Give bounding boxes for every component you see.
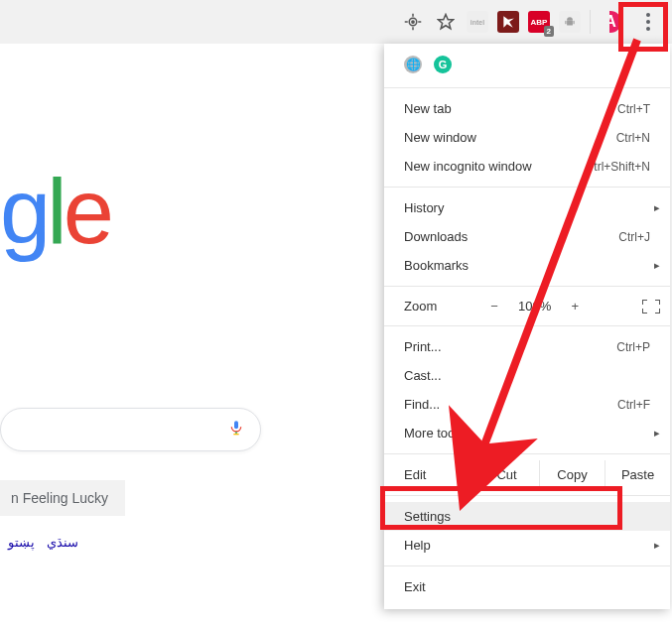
zoom-value: 100% [518, 299, 551, 314]
extension-adblock-icon[interactable]: ABP [528, 11, 550, 33]
menu-shortcut: Ctrl+T [617, 102, 650, 116]
menu-item-zoom: Zoom − 100% + [384, 293, 670, 319]
extension-android-icon[interactable] [559, 11, 581, 33]
location-target-icon[interactable] [401, 10, 425, 34]
menu-button[interactable] [630, 4, 666, 40]
svg-rect-9 [574, 21, 575, 24]
menu-label: New incognito window [404, 159, 532, 174]
menu-item-new-tab[interactable]: New tab Ctrl+T [384, 94, 670, 123]
edit-cut-button[interactable]: Cut [473, 460, 539, 489]
menu-label: More tools [404, 426, 465, 440]
edit-copy-button[interactable]: Copy [539, 460, 605, 489]
menu-shortcut: Ctrl+N [616, 131, 650, 145]
menu-item-cast[interactable]: Cast... [384, 361, 670, 390]
svg-marker-6 [439, 15, 454, 29]
menu-item-bookmarks[interactable]: Bookmarks [384, 251, 670, 280]
vertical-dots-icon [646, 13, 650, 31]
zoom-label: Zoom [404, 299, 437, 314]
menu-extensions-row: 🌐 G [384, 52, 670, 81]
language-link-pashto[interactable]: پښتو [8, 535, 35, 550]
svg-rect-10 [234, 421, 238, 429]
menu-shortcut: Ctrl+J [618, 230, 650, 244]
extension-globe-icon[interactable]: 🌐 [404, 56, 422, 73]
menu-label: Settings [404, 509, 451, 524]
menu-label: Print... [404, 339, 442, 354]
edit-paste-button[interactable]: Paste [605, 460, 670, 489]
menu-item-new-window[interactable]: New window Ctrl+N [384, 123, 670, 152]
menu-separator [384, 325, 670, 326]
menu-separator [384, 87, 670, 88]
menu-label: Cast... [404, 368, 442, 383]
menu-separator [384, 286, 670, 287]
fullscreen-icon [642, 300, 660, 314]
menu-label: Downloads [404, 229, 468, 244]
menu-separator [384, 453, 670, 454]
menu-label: Exit [404, 579, 426, 594]
svg-rect-7 [567, 20, 573, 25]
google-logo-partial: gle [0, 160, 110, 264]
menu-shortcut: trl+Shift+N [594, 160, 650, 174]
feeling-lucky-button[interactable]: n Feeling Lucky [0, 480, 125, 516]
menu-item-settings[interactable]: Settings [384, 502, 670, 531]
menu-shortcut: Ctrl+P [616, 340, 650, 354]
menu-item-downloads[interactable]: Downloads Ctrl+J [384, 222, 670, 251]
voice-search-mic-icon[interactable] [228, 417, 244, 442]
menu-item-find[interactable]: Find... Ctrl+F [384, 390, 670, 419]
menu-item-incognito[interactable]: New incognito window trl+Shift+N [384, 152, 670, 181]
edit-label: Edit [384, 460, 473, 489]
language-links: پښتو سنڌي [8, 535, 78, 550]
language-link-sindhi[interactable]: سنڌي [47, 535, 78, 550]
toolbar-divider [590, 10, 591, 34]
menu-item-history[interactable]: History [384, 193, 670, 222]
menu-shortcut: Ctrl+F [617, 398, 650, 412]
extension-grammarly-icon[interactable]: G [434, 56, 452, 73]
extension-intel-icon[interactable]: intel [467, 11, 488, 33]
chrome-toolbar: intel ABP A [0, 0, 672, 44]
menu-label: Bookmarks [404, 258, 469, 273]
menu-label: Find... [404, 397, 440, 412]
svg-rect-8 [565, 21, 566, 24]
menu-label: New window [404, 130, 476, 145]
fullscreen-button[interactable] [642, 300, 660, 314]
menu-item-more-tools[interactable]: More tools [384, 419, 670, 447]
bookmark-star-icon[interactable] [434, 10, 458, 34]
menu-separator [384, 495, 670, 496]
chrome-menu: 🌐 G New tab Ctrl+T New window Ctrl+N New… [384, 44, 670, 609]
svg-point-1 [412, 21, 414, 23]
menu-separator [384, 565, 670, 566]
profile-avatar[interactable]: A [600, 11, 621, 33]
menu-separator [384, 187, 670, 188]
menu-item-help[interactable]: Help [384, 531, 670, 560]
menu-item-exit[interactable]: Exit [384, 572, 670, 601]
menu-item-edit: Edit Cut Copy Paste [384, 460, 670, 489]
search-box[interactable] [0, 408, 261, 451]
menu-label: History [404, 200, 444, 215]
menu-label: Help [404, 538, 431, 553]
extension-adobe-pdf-icon[interactable] [497, 11, 519, 33]
menu-label: New tab [404, 101, 452, 116]
menu-item-print[interactable]: Print... Ctrl+P [384, 332, 670, 361]
zoom-out-button[interactable]: − [486, 299, 502, 314]
zoom-in-button[interactable]: + [567, 299, 583, 314]
